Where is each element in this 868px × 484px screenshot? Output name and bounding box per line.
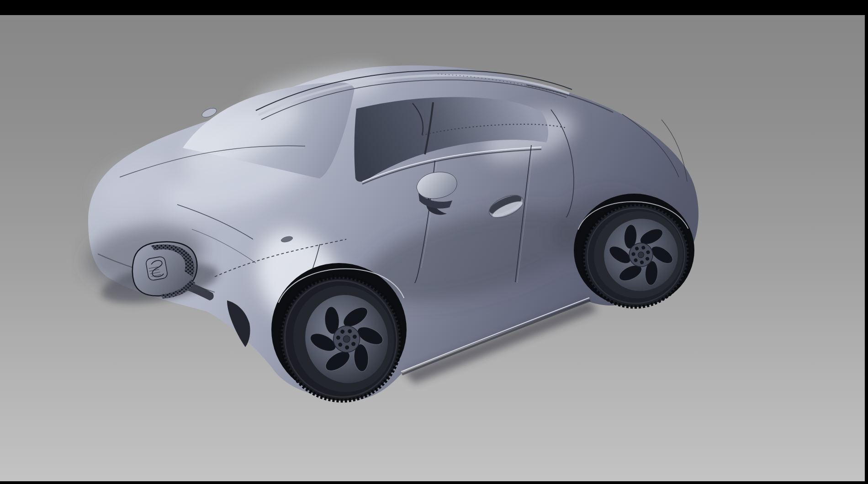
front-grille — [132, 242, 197, 299]
render-stage — [0, 0, 868, 484]
letterbox-right — [865, 0, 868, 484]
letterbox-bottom — [0, 481, 868, 484]
seat-logo-icon — [145, 256, 168, 281]
car-model-render — [0, 0, 868, 484]
letterbox-top — [0, 0, 868, 15]
